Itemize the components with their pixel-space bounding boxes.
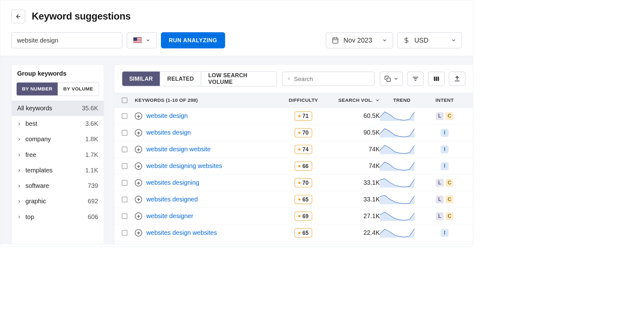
select-all-checkbox[interactable]	[122, 97, 128, 103]
add-keyword-button[interactable]	[135, 162, 142, 170]
row-checkbox[interactable]	[122, 113, 128, 119]
tab-low-search-volume[interactable]: LOW SEARCH VOLUME	[201, 72, 276, 86]
trend-sparkline	[380, 161, 414, 171]
group-count: 1.8K	[85, 136, 98, 143]
chevron-right-icon	[17, 153, 21, 157]
group-count: 692	[88, 198, 98, 205]
add-keyword-button[interactable]	[135, 112, 142, 120]
add-keyword-button[interactable]	[135, 179, 142, 187]
difficulty-pill: 69	[295, 211, 312, 221]
row-checkbox[interactable]	[122, 163, 128, 169]
country-selector[interactable]	[127, 32, 157, 48]
volume-value: 74K	[369, 162, 380, 170]
group-item-templates[interactable]: templates 1.1K	[12, 163, 104, 178]
arrow-left-icon	[15, 14, 21, 20]
add-keyword-button[interactable]	[135, 229, 142, 237]
keyword-link[interactable]: website design website	[147, 146, 211, 153]
date-selector[interactable]: Nov 2023	[326, 32, 393, 48]
add-keyword-button[interactable]	[135, 129, 142, 136]
row-checkbox[interactable]	[122, 180, 128, 186]
group-label: best	[26, 120, 37, 127]
chevron-right-icon	[17, 137, 21, 141]
export-button[interactable]	[449, 72, 465, 86]
intent-badge-c: C	[446, 195, 453, 203]
intent-badge-l: L	[436, 112, 444, 120]
chevron-down-icon	[394, 77, 399, 81]
svg-rect-13	[438, 77, 439, 81]
group-item-best[interactable]: best 3.6K	[12, 116, 104, 131]
search-icon	[288, 76, 290, 82]
dollar-icon	[403, 37, 410, 44]
th-intent: INTENT	[424, 97, 465, 103]
keyword-link[interactable]: website design	[147, 112, 188, 119]
table-row: websites designed 65 33.1K LC	[114, 191, 473, 208]
group-count: 739	[88, 182, 98, 189]
toggle-by-number[interactable]: BY NUMBER	[17, 83, 58, 96]
th-search-volume[interactable]: SEARCH VOL.	[326, 97, 380, 103]
table-header: KEYWORDS (1-10 OF 298) DIFFICULTY SEARCH…	[114, 93, 473, 108]
group-toggle: BY NUMBER BY VOLUME	[16, 82, 99, 96]
group-count: 606	[88, 213, 98, 221]
group-label: graphic	[26, 198, 46, 205]
group-item-top[interactable]: top 606	[12, 209, 104, 225]
add-keyword-button[interactable]	[135, 196, 142, 203]
svg-rect-11	[434, 77, 435, 81]
chevron-down-icon	[375, 98, 380, 103]
intent-badge-l: L	[436, 212, 444, 220]
columns-button[interactable]	[428, 72, 445, 86]
group-count: 1.1K	[85, 167, 98, 174]
toggle-by-volume[interactable]: BY VOLUME	[58, 83, 99, 96]
keyword-link[interactable]: websites designing	[147, 179, 199, 186]
back-button[interactable]	[11, 9, 25, 23]
keyword-link[interactable]: website designing websites	[147, 162, 222, 170]
svg-rect-12	[436, 77, 437, 81]
difficulty-pill: 66	[295, 161, 312, 171]
table-row: website designing websites 66 74K I	[114, 158, 473, 175]
sidebar-title: Group keywords	[12, 65, 104, 82]
table-search-input[interactable]	[294, 75, 369, 83]
trend-sparkline	[380, 178, 414, 188]
chevron-right-icon	[17, 215, 21, 219]
filter-button[interactable]	[407, 72, 424, 86]
intent-badge-l: L	[436, 195, 444, 203]
difficulty-pill: 71	[295, 111, 312, 120]
keyword-input[interactable]	[11, 32, 123, 48]
keyword-link[interactable]: website designer	[147, 212, 193, 220]
group-count: 35.6K	[82, 105, 98, 112]
row-checkbox[interactable]	[122, 147, 128, 152]
th-difficulty[interactable]: DIFFICULTY	[280, 97, 326, 103]
intent-badge-i: I	[441, 129, 449, 136]
tab-related[interactable]: RELATED	[160, 72, 201, 86]
group-item-graphic[interactable]: graphic 692	[12, 194, 104, 209]
intent-badge-l: L	[436, 179, 444, 187]
add-keyword-button[interactable]	[135, 212, 142, 220]
table-row: websites design 70 90.5K I	[114, 125, 473, 141]
trend-sparkline	[380, 111, 414, 121]
keyword-link[interactable]: websites design	[147, 129, 191, 136]
table-search[interactable]	[282, 72, 375, 86]
row-checkbox[interactable]	[122, 213, 128, 219]
group-item-free[interactable]: free 1.7K	[12, 147, 104, 163]
group-label: free	[26, 151, 36, 159]
keyword-link[interactable]: websites designed	[147, 196, 198, 203]
group-all-keywords[interactable]: All keywords 35.6K	[12, 101, 104, 116]
table-row: website designer 69 27.1K LC	[114, 208, 473, 224]
row-checkbox[interactable]	[122, 230, 128, 235]
keyword-link[interactable]: websites design websites	[147, 229, 217, 236]
group-item-software[interactable]: software 739	[12, 178, 104, 194]
currency-selector[interactable]: USD	[397, 32, 462, 48]
volume-value: 33.1K	[364, 179, 380, 186]
svg-rect-7	[387, 78, 390, 81]
row-checkbox[interactable]	[122, 130, 128, 136]
run-analyzing-button[interactable]: RUN ANALYZING	[161, 32, 225, 48]
svg-line-6	[289, 79, 290, 79]
group-item-company[interactable]: company 1.8K	[12, 131, 104, 147]
currency-label: USD	[414, 37, 428, 44]
add-keyword-button[interactable]	[135, 146, 142, 153]
volume-value: 22.4K	[364, 229, 380, 236]
copy-dropdown-button[interactable]	[380, 72, 403, 86]
volume-value: 74K	[369, 146, 380, 153]
group-list: All keywords 35.6K best 3.6K company 1.8…	[12, 101, 104, 225]
row-checkbox[interactable]	[122, 197, 128, 202]
tab-similar[interactable]: SIMILAR	[122, 72, 160, 86]
